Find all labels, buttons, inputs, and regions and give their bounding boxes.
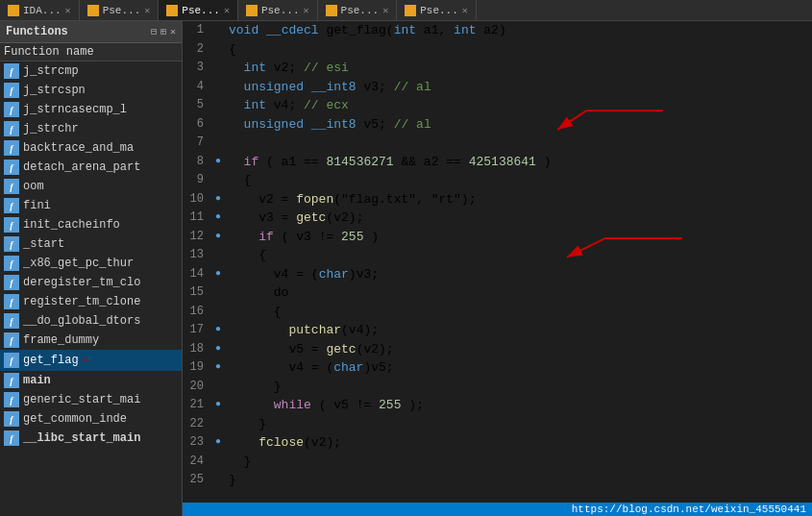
sidebar-item-fini[interactable]: ffini	[0, 196, 182, 215]
func-icon-5: f	[4, 160, 19, 175]
line-dot-14: ●	[211, 265, 225, 284]
tab-pse4-close[interactable]: ✕	[382, 5, 388, 16]
func-name-3: j_strchr	[23, 122, 79, 135]
tab-pse2-icon	[166, 5, 178, 16]
sidebar-item-__libc_start_main[interactable]: f__libc_start_main	[0, 429, 182, 448]
line-code-5: int v4; // ecx	[225, 96, 812, 115]
code-line-22: 22 }	[183, 415, 812, 434]
sidebar-item-j_strncasecmp_l[interactable]: fj_strncasecmp_l	[0, 100, 182, 119]
tab-pse5[interactable]: Pse... ✕	[397, 0, 477, 20]
line-dot-21: ●	[211, 396, 225, 415]
line-dot-4	[211, 78, 225, 97]
line-number-17: 17	[183, 321, 211, 340]
line-number-21: 21	[183, 396, 211, 415]
func-name-2: j_strncasecmp_l	[23, 103, 127, 116]
sidebar-item-__do_global_dtors[interactable]: f__do_global_dtors	[0, 311, 182, 331]
sidebar: Functions ⊟ ⊞ ✕ Function name fj_strcmpf…	[0, 21, 183, 516]
func-icon-12: f	[4, 294, 19, 309]
tab-pse2[interactable]: Pse... ✕	[159, 0, 238, 20]
code-content[interactable]: 1void __cdecl get_flag(int a1, int a2)2{…	[183, 21, 812, 503]
func-name-8: init_cacheinfo	[23, 218, 120, 232]
sidebar-item-init_cacheinfo[interactable]: finit_cacheinfo	[0, 215, 182, 234]
sidebar-item-_start[interactable]: f_start	[0, 234, 182, 254]
line-number-16: 16	[183, 303, 211, 322]
func-icon-4: f	[4, 140, 19, 156]
sidebar-header: Functions ⊟ ⊞ ✕	[0, 21, 182, 43]
func-name-1: j_strcspn	[23, 84, 86, 97]
sidebar-icon-3[interactable]: ✕	[170, 26, 176, 37]
line-code-11: v3 = getc(v2);	[225, 209, 812, 228]
tab-ida[interactable]: IDA... ✕	[0, 0, 80, 20]
line-dot-20	[211, 378, 225, 397]
line-number-8: 8	[183, 153, 211, 172]
sidebar-item-detach_arena_part[interactable]: fdetach_arena_part	[0, 158, 182, 177]
line-code-24: }	[225, 453, 812, 472]
line-dot-17: ●	[211, 321, 225, 340]
sidebar-list[interactable]: fj_strcmpfj_strcspnfj_strncasecmp_lfj_st…	[0, 61, 182, 516]
sidebar-icon-2[interactable]: ⊞	[160, 26, 166, 37]
sidebar-item-get_flag[interactable]: fget_flag←	[0, 350, 182, 371]
tab-pse5-close[interactable]: ✕	[462, 5, 468, 16]
tab-pse1[interactable]: Pse... ✕	[80, 0, 160, 20]
line-code-18: v5 = getc(v2);	[225, 340, 812, 359]
func-name-11: deregister_tm_clo	[23, 276, 140, 289]
func-name-10: _x86_get_pc_thur	[23, 257, 134, 270]
code-line-23: 23● fclose(v2);	[183, 433, 812, 453]
func-name-5: detach_arena_part	[23, 160, 140, 174]
line-dot-7	[211, 134, 225, 153]
sidebar-item-j_strcspn[interactable]: fj_strcspn	[0, 81, 182, 100]
sidebar-item-backtrace_and_ma[interactable]: fbacktrace_and_ma	[0, 138, 182, 158]
line-dot-15	[211, 283, 225, 303]
sidebar-item-register_tm_clone[interactable]: fregister_tm_clone	[0, 292, 182, 311]
line-code-14: v4 = (char)v3;	[225, 265, 812, 284]
func-icon-6: f	[4, 179, 19, 194]
line-number-4: 4	[183, 78, 211, 97]
code-line-21: 21● while ( v5 != 255 );	[183, 396, 812, 415]
line-dot-22	[211, 415, 225, 434]
tab-pse2-close[interactable]: ✕	[224, 5, 230, 16]
code-line-15: 15 do	[183, 283, 812, 303]
sidebar-item-main[interactable]: fmain	[0, 371, 182, 390]
line-code-6: unsigned __int8 v5; // al	[225, 115, 812, 135]
sidebar-item-j_strchr[interactable]: fj_strchr	[0, 119, 182, 138]
tab-pse5-label: Pse...	[420, 5, 458, 16]
tab-ida-close[interactable]: ✕	[65, 5, 71, 16]
tab-pse3-label: Pse...	[261, 5, 300, 16]
sidebar-item-_x86_get_pc_thur[interactable]: f_x86_get_pc_thur	[0, 254, 182, 273]
tab-pse1-close[interactable]: ✕	[144, 5, 150, 16]
sidebar-item-j_strcmp[interactable]: fj_strcmp	[0, 61, 182, 81]
sidebar-item-generic_start_mai[interactable]: fgeneric_start_mai	[0, 390, 182, 409]
line-dot-19: ●	[211, 358, 225, 378]
line-code-16: {	[225, 303, 812, 322]
sidebar-icon-1[interactable]: ⊟	[151, 26, 157, 37]
sidebar-item-deregister_tm_clo[interactable]: fderegister_tm_clo	[0, 273, 182, 292]
func-icon-0: f	[4, 63, 19, 79]
code-line-20: 20 }	[183, 378, 812, 397]
code-line-10: 10● v2 = fopen("flag.txt", "rt");	[183, 190, 812, 209]
line-code-13: {	[225, 246, 812, 265]
sidebar-item-get_common_inde[interactable]: fget_common_inde	[0, 409, 182, 429]
sidebar-item-oom[interactable]: foom	[0, 177, 182, 196]
tab-pse4[interactable]: Pse... ✕	[318, 0, 398, 20]
line-number-9: 9	[183, 171, 211, 190]
func-icon-15: f	[4, 353, 19, 368]
code-table: 1void __cdecl get_flag(int a1, int a2)2{…	[183, 21, 812, 490]
watermark: https://blog.csdn.net/weixin_45550441	[183, 503, 812, 516]
tab-pse1-icon	[87, 5, 99, 16]
line-code-25: }	[225, 471, 812, 490]
code-line-3: 3 int v2; // esi	[183, 59, 812, 78]
line-number-18: 18	[183, 340, 211, 359]
tab-pse3[interactable]: Pse... ✕	[238, 0, 318, 20]
line-number-12: 12	[183, 228, 211, 247]
code-line-9: 9 {	[183, 171, 812, 190]
sidebar-item-frame_dummy[interactable]: fframe_dummy	[0, 331, 182, 350]
code-line-5: 5 int v4; // ecx	[183, 96, 812, 115]
line-dot-25	[211, 471, 225, 490]
tab-pse3-close[interactable]: ✕	[304, 5, 309, 16]
func-icon-7: f	[4, 198, 19, 213]
line-number-10: 10	[183, 190, 211, 209]
tab-pse1-label: Pse...	[103, 5, 141, 16]
line-code-23: fclose(v2);	[225, 433, 812, 453]
line-number-7: 7	[183, 134, 211, 153]
func-name-19: __libc_start_main	[23, 431, 140, 445]
